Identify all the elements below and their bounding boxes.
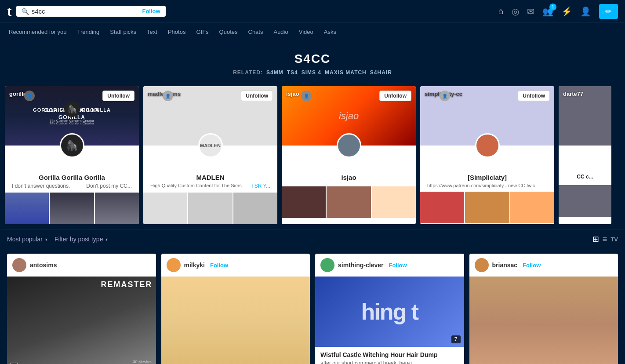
darte-thumbs xyxy=(559,185,611,217)
gorilla-card-body: Gorilla Gorilla Gorilla I don't answer q… xyxy=(5,158,139,193)
tv-view-icon[interactable]: TV xyxy=(610,236,618,243)
briansac-avatar xyxy=(475,258,489,272)
filter-by-label: Filter by post type xyxy=(55,236,103,243)
blog-card-darte: darte77 CC c... xyxy=(559,86,611,224)
compose-button[interactable]: ✏ xyxy=(599,4,618,19)
tag-header: S4CC RELATED: S4MM TS4 SIMS 4 MAXIS MATC… xyxy=(0,41,625,81)
search-icon: 🔍 xyxy=(22,8,29,15)
mail-icon[interactable]: ✉ xyxy=(527,6,534,17)
nav-asks[interactable]: Asks xyxy=(320,27,340,37)
nav-recommended[interactable]: Recommended for you xyxy=(5,27,70,37)
blog-card-isjao: isjao 👤 isjao Unfollow isjao xyxy=(282,86,416,224)
list-view-icon[interactable]: ≡ xyxy=(603,235,607,244)
madlen-unfollow-button[interactable]: Unfollow xyxy=(241,91,273,101)
post-card-simthing-header: simthing-clever Follow xyxy=(315,254,464,277)
popular-chevron-icon: ▾ xyxy=(45,237,47,242)
darte-card-body: CC c... xyxy=(559,158,611,185)
isjao-username: isjao xyxy=(286,91,299,97)
post-card-simthing: simthing-clever Follow hing t 7 Wistful … xyxy=(315,254,464,364)
compass-icon[interactable]: ◎ xyxy=(512,6,519,17)
blog-card-simpliciaty: simpliciaty-cc 👤 Unfollow [Simpliciaty] … xyxy=(420,86,554,224)
secondary-navigation: Recommended for you Trending Staff picks… xyxy=(0,23,625,41)
post-card-antosims: antosims REMASTER 30 MeshesNo Custom Tex… xyxy=(7,254,156,364)
gorilla-desc: I don't answer questions. Don't post my … xyxy=(10,183,134,189)
simthing-follow-button[interactable]: Follow xyxy=(389,262,407,269)
madlen-card-body: MADLEN High Quality Custom Content for T… xyxy=(143,158,277,193)
tag-title: S4CC xyxy=(0,52,625,66)
simthing-avatar xyxy=(320,258,334,272)
antosims-avatar xyxy=(12,258,26,272)
darte-name: CC c... xyxy=(564,174,606,180)
simthing-username[interactable]: simthing-clever xyxy=(338,262,383,269)
isjao-unfollow-button[interactable]: Unfollow xyxy=(379,91,411,101)
most-popular-filter[interactable]: Most popular ▾ xyxy=(7,236,47,243)
nav-gifs[interactable]: GIFs xyxy=(193,27,212,37)
related-tag-maxis-match[interactable]: MAXIS MATCH xyxy=(325,69,367,76)
post-card-antosims-header: antosims xyxy=(7,254,156,277)
milkyki-avatar xyxy=(167,258,181,272)
blog-card-madlen: madlensims 👤 Unfollow MADLEN MADLEN High… xyxy=(143,86,277,224)
simthing-badge: 7 xyxy=(451,335,461,343)
madlen-desc: High Quality Custom Content for The Sims… xyxy=(149,183,272,189)
related-label: RELATED: xyxy=(233,69,263,76)
isjao-card-body: isjao xyxy=(282,158,416,186)
antosims-image: REMASTER 30 MeshesNo Custom Textures 3 xyxy=(7,277,156,364)
simthing-title: Wistful Castle Witching Hour Hair Dump xyxy=(315,347,464,360)
milkyki-username[interactable]: milkyki xyxy=(184,262,205,269)
blog-cards-row: gorillax3 GORILLA GORILLA GORILLA 74k Cu… xyxy=(0,81,625,229)
isjao-name: isjao xyxy=(287,174,411,181)
briansac-follow-button[interactable]: Follow xyxy=(523,262,541,269)
nav-video[interactable]: Video xyxy=(295,27,317,37)
post-grid: antosims REMASTER 30 MeshesNo Custom Tex… xyxy=(0,248,625,364)
blog-card-gorilla: gorillax3 GORILLA GORILLA GORILLA 74k Cu… xyxy=(5,86,139,224)
briansac-image xyxy=(469,277,618,364)
milkyki-image xyxy=(161,277,310,364)
gorilla-name: Gorilla Gorilla Gorilla xyxy=(10,174,134,181)
milkyki-follow-button[interactable]: Follow xyxy=(210,262,228,269)
view-toggle: ⊞ ≡ TV xyxy=(592,234,618,244)
nav-text[interactable]: Text xyxy=(143,27,161,37)
most-popular-label: Most popular xyxy=(7,236,43,243)
simthing-image: hing t 7 xyxy=(315,277,464,347)
nav-icons: ⌂ ◎ ✉ 👥 1 ⚡ 👤 ✏ xyxy=(498,4,618,19)
logo[interactable]: t xyxy=(7,3,11,19)
nav-quotes[interactable]: Quotes xyxy=(216,27,241,37)
lightning-icon[interactable]: ⚡ xyxy=(561,6,572,17)
simpliciaty-thumbs xyxy=(420,192,554,223)
users-icon[interactable]: 👥 1 xyxy=(542,6,553,17)
related-tag-ts4[interactable]: TS4 xyxy=(287,69,298,76)
simpliciaty-desc: https://www.patreon.com/simpliciaty - ne… xyxy=(425,183,549,188)
isjao-thumbs xyxy=(282,186,416,218)
related-tag-s4hair[interactable]: S4HAIR xyxy=(370,69,392,76)
nav-staff-picks[interactable]: Staff picks xyxy=(106,27,140,37)
nav-trending[interactable]: Trending xyxy=(74,27,103,37)
gorilla-thumbs xyxy=(5,193,139,224)
search-input[interactable] xyxy=(32,7,140,15)
post-card-milkyki: milkyki Follow xyxy=(161,254,310,364)
grid-view-icon[interactable]: ⊞ xyxy=(592,234,599,244)
filter-chevron-icon: ▾ xyxy=(105,237,108,242)
related-tag-sims4[interactable]: SIMS 4 xyxy=(302,69,321,76)
darte-username: darte77 xyxy=(563,91,583,97)
simpliciaty-card-body: [Simpliciaty] https://www.patreon.com/si… xyxy=(420,158,554,192)
person-icon[interactable]: 👤 xyxy=(580,6,591,17)
briansac-username[interactable]: briansac xyxy=(492,262,518,269)
madlen-name: MADLEN xyxy=(149,174,272,181)
follow-button[interactable]: Follow xyxy=(142,8,160,15)
simpliciaty-name: [Simpliciaty] xyxy=(425,174,549,181)
home-icon[interactable]: ⌂ xyxy=(498,6,504,16)
nav-photos[interactable]: Photos xyxy=(164,27,189,37)
madlen-thumbs xyxy=(143,193,277,224)
gorilla-unfollow-button[interactable]: Unfollow xyxy=(102,91,134,101)
top-navigation: t 🔍 Follow ⌂ ◎ ✉ 👥 1 ⚡ 👤 ✏ xyxy=(0,0,625,23)
simpliciaty-unfollow-button[interactable]: Unfollow xyxy=(518,91,550,101)
blog-card-darte-banner: darte77 xyxy=(559,86,611,146)
related-tag-s4mm[interactable]: S4MM xyxy=(266,69,283,76)
antosims-username[interactable]: antosims xyxy=(30,262,57,269)
nav-chats[interactable]: Chats xyxy=(245,27,267,37)
post-card-briansac-header: briansac Follow xyxy=(469,254,618,277)
search-bar: 🔍 Follow xyxy=(16,6,166,17)
post-type-filter[interactable]: Filter by post type ▾ xyxy=(55,236,108,243)
post-card-milkyki-header: milkyki Follow xyxy=(161,254,310,277)
nav-audio[interactable]: Audio xyxy=(270,27,291,37)
